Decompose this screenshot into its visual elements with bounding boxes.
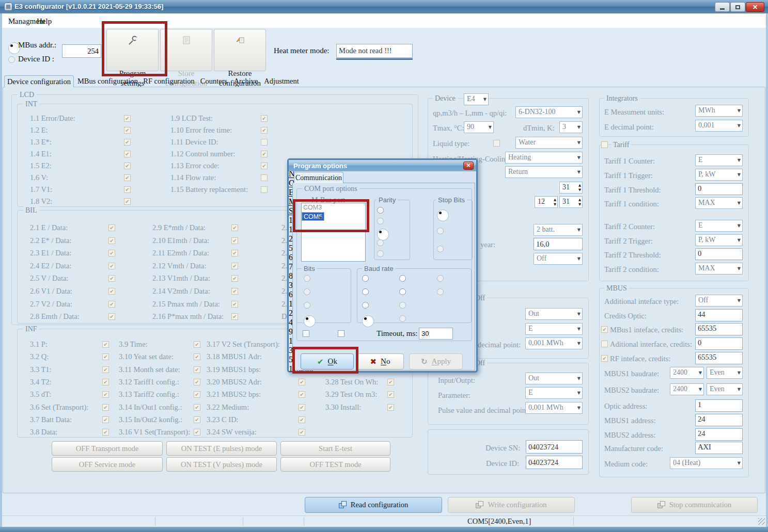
day2-spinner[interactable]: 31 [559,196,583,208]
io2-out-select[interactable]: Out [525,373,583,384]
resize-grip[interactable] [758,518,765,525]
baud-600-radio[interactable] [362,288,369,295]
inf-item-checkbox[interactable] [194,416,200,423]
baud-19200-radio[interactable] [399,302,406,309]
tariff-checkbox[interactable] [601,141,608,148]
bottom-button-stop-communication[interactable]: Stop communication [631,497,758,513]
dialog-close-button[interactable]: ✕ [463,162,474,170]
bil-item-checkbox[interactable] [108,288,115,295]
month-spinner[interactable]: 12 [535,196,558,208]
liquid-type-checkbox[interactable] [493,140,500,147]
maximize-button[interactable] [730,2,745,12]
int-item-checkbox[interactable] [124,115,131,122]
parity-none-radio[interactable] [377,207,384,214]
dtr-checkbox[interactable] [303,330,309,337]
rf-interface-credits-checkbox[interactable] [601,355,608,362]
tariff-row-select[interactable]: MAX [695,263,743,275]
baud-4800-radio[interactable] [399,275,406,282]
liquid-type-select[interactable]: Water [515,137,583,149]
bil-item-checkbox[interactable] [108,313,115,320]
tariff-row-input[interactable]: 0 [695,183,743,195]
bil-item-checkbox[interactable] [108,237,115,244]
int-item-checkbox[interactable] [124,163,131,169]
mbus2-baudrate-parity-select[interactable]: Even [707,383,743,395]
additional-interface-credits-input[interactable]: 0 [695,337,743,350]
int-item-checkbox[interactable] [261,115,268,122]
inf-item-checkbox[interactable] [299,416,305,423]
inf-item-checkbox[interactable] [299,379,305,385]
apply-button[interactable]: ↻Apply [409,353,463,369]
mode-button-on-test-v-pulses-mode[interactable]: ON TEST (V pulses) mode [166,457,277,472]
int-item-checkbox[interactable] [261,163,268,169]
baud-115200-radio[interactable] [437,288,444,295]
int-item-checkbox[interactable] [261,127,268,134]
mbus1-interface-credits-checkbox[interactable] [601,326,608,333]
inf-item-checkbox[interactable] [194,429,200,436]
menu-help[interactable]: Help [35,16,54,27]
heating-select[interactable]: Heating [505,152,583,164]
tab-device-configuration[interactable]: Device configuration [4,75,74,87]
inf-item-checkbox[interactable] [194,404,200,411]
com-port-item-com3[interactable]: COM3 [302,203,365,212]
com-port-list[interactable]: COM3COM5COM8 [301,203,366,262]
int-item-checkbox[interactable] [261,174,268,181]
e-decimal-select[interactable]: 0,001 [695,120,743,132]
stopbits-1.5-bit-radio[interactable] [437,228,444,234]
bits-8-radio[interactable] [304,315,316,327]
dtmin-select[interactable]: 3 [559,121,583,133]
inf-item-checkbox[interactable] [299,391,305,398]
inf-item-checkbox[interactable] [387,404,394,411]
mode-button-on-test-e-pulses-mode[interactable]: ON TEST (E pulses) mode [166,441,277,456]
tab-counters[interactable]: Counters [198,75,229,87]
inf-item-checkbox[interactable] [102,341,109,348]
tmax-select[interactable]: 90 [464,121,494,133]
io1-decimal-select[interactable]: 0,001 MWh [525,337,583,349]
tariff-row-select[interactable]: MAX [695,197,743,209]
bil-item-checkbox[interactable] [231,275,238,282]
int-item-checkbox[interactable] [261,139,268,146]
inf-item-checkbox[interactable] [299,429,305,436]
inf-item-checkbox[interactable] [102,404,109,411]
qp-select[interactable]: 6-DN32-100 [515,106,583,118]
tariff-row-select[interactable]: E [695,220,743,232]
address-input[interactable] [62,44,101,58]
int-item-checkbox[interactable] [124,186,131,193]
device-id-input[interactable] [526,456,583,469]
io1-out-select[interactable]: Out [525,308,583,320]
timeout-input[interactable] [419,328,453,340]
bil-item-checkbox[interactable] [108,263,115,269]
baud-38400-radio[interactable] [399,315,406,322]
bil-item-checkbox[interactable] [108,250,115,256]
bil-item-checkbox[interactable] [108,275,115,282]
baud-9600-radio[interactable] [399,288,406,295]
bil-item-checkbox[interactable] [231,301,238,308]
bil-item-checkbox[interactable] [231,288,238,295]
bottom-button-write-configuration[interactable]: Write configuration [448,497,575,513]
mode-button-off-test-mode[interactable]: OFF TEST mode [280,457,390,472]
mode-button-off-transport-mode[interactable]: OFF Transport mode [52,441,163,456]
int-item-checkbox[interactable] [124,151,131,157]
inf-item-checkbox[interactable] [102,391,109,398]
device-id-radio[interactable] [8,56,15,63]
inf-item-checkbox[interactable] [102,366,109,373]
bil-item-checkbox[interactable] [231,250,238,256]
parity-mark-radio[interactable] [377,239,384,246]
baud-2400-radio[interactable] [362,315,374,327]
int-item-checkbox[interactable] [261,186,268,193]
com-port-item-com5[interactable]: COM5 [302,212,324,221]
no-button[interactable]: ✖No [356,353,404,369]
mbus2-baudrate-select[interactable]: 2400 [670,383,704,395]
battery-select[interactable]: 2 batt. [534,224,583,236]
rts-checkbox[interactable] [338,330,344,337]
baud-1200-radio[interactable] [362,302,369,309]
manufacturer-code-input[interactable]: AXI [695,442,743,454]
int-item-checkbox[interactable] [261,151,268,157]
parity-space-radio[interactable] [377,250,384,257]
bil-item-checkbox[interactable] [231,224,238,231]
mbus1-address-input[interactable]: 24 [695,414,743,426]
mode-button-off-service-mode[interactable]: OFF Service mode [52,457,163,472]
bil-item-checkbox[interactable] [231,237,238,244]
dialog-tab-communication[interactable]: Communication [294,172,343,183]
int-item-checkbox[interactable] [124,198,131,205]
additional-interface-credits-checkbox[interactable] [601,341,608,347]
